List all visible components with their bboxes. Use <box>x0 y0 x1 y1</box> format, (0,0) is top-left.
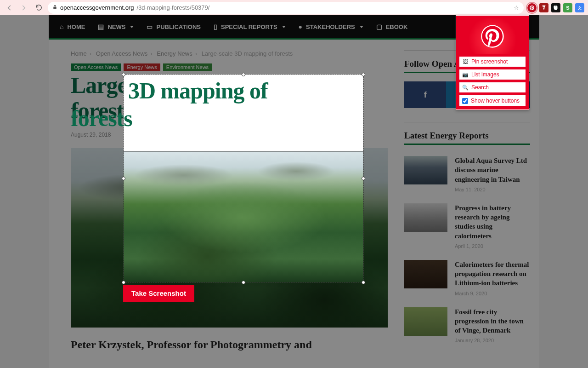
svg-rect-0 <box>53 7 56 9</box>
hover-buttons-checkbox[interactable] <box>462 98 468 104</box>
selection-title-fragment2: forests <box>71 105 132 132</box>
resize-handle-mr[interactable] <box>362 177 365 180</box>
pin-screenshot-option[interactable]: 🖼 Pin screenshot <box>459 56 526 67</box>
pin-search-option[interactable]: 🔍 Search <box>459 82 526 93</box>
resize-handle-bl[interactable] <box>122 281 125 284</box>
lock-icon <box>52 4 57 11</box>
extension-icons: S 文 <box>527 3 584 12</box>
hover-buttons-label: Show hover buttons <box>471 98 520 104</box>
pinterest-extension-icon[interactable] <box>527 3 537 12</box>
camera-icon: 📷 <box>462 72 469 77</box>
url-domain: openaccessgovernment.org <box>60 4 134 11</box>
adobe-extension-icon[interactable] <box>539 3 548 12</box>
translate-extension-icon[interactable]: 文 <box>575 3 584 12</box>
bookmark-star-icon[interactable]: ☆ <box>514 4 519 11</box>
resize-handle-tr[interactable] <box>362 73 365 76</box>
pinterest-popup: 🖼 Pin screenshot 📷 List images 🔍 Search … <box>456 15 529 110</box>
resize-handle-ml[interactable] <box>122 177 125 180</box>
s-extension-icon[interactable]: S <box>563 3 572 12</box>
list-images-option[interactable]: 📷 List images <box>459 69 526 80</box>
take-screenshot-button[interactable]: Take Screenshot <box>123 285 194 302</box>
svg-text:文: 文 <box>577 6 582 10</box>
pinterest-logo <box>459 18 526 54</box>
photo-icon: 🖼 <box>462 59 469 64</box>
hover-buttons-option[interactable]: Show hover buttons <box>459 95 526 107</box>
pin-search-label: Search <box>471 84 489 91</box>
evernote-extension-icon[interactable] <box>551 3 560 12</box>
list-images-label: List images <box>471 71 499 78</box>
magnifier-icon: 🔍 <box>462 85 469 90</box>
browser-toolbar: openaccessgovernment.org/3d-mapping-fore… <box>0 0 588 15</box>
resize-handle-br[interactable] <box>362 281 365 284</box>
reload-button[interactable] <box>33 2 44 13</box>
selection-image-fragment <box>124 152 363 282</box>
back-button[interactable] <box>4 2 15 13</box>
screenshot-selection[interactable]: 3D mapping of forests <box>123 74 364 283</box>
url-path: /3d-mapping-forests/50379/ <box>136 4 209 11</box>
pin-screenshot-label: Pin screenshot <box>471 58 508 65</box>
resize-handle-tl[interactable] <box>122 73 125 76</box>
address-bar[interactable]: openaccessgovernment.org/3d-mapping-fore… <box>48 2 524 14</box>
selection-title-fragment: 3D mapping of <box>128 78 363 104</box>
resize-handle-bm[interactable] <box>242 281 245 284</box>
resize-handle-tm[interactable] <box>242 73 245 76</box>
forward-button[interactable] <box>18 2 29 13</box>
